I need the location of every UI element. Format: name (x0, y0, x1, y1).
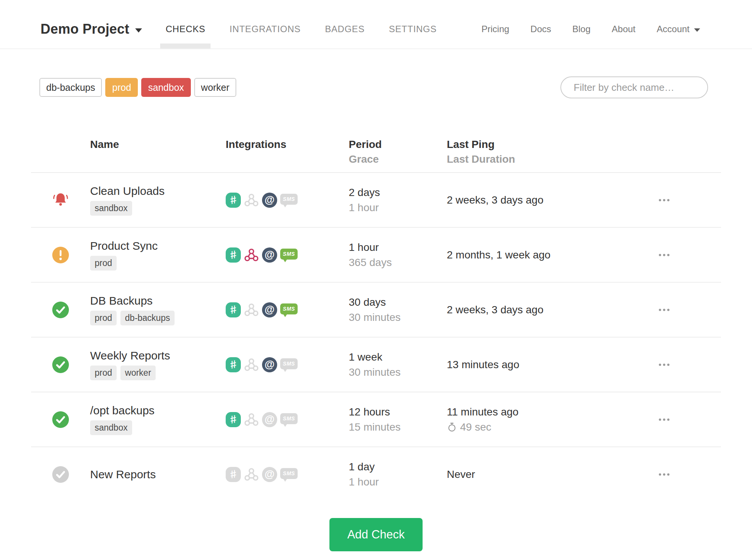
grace-value: 15 minutes (349, 421, 447, 434)
sms-icon: SMS (280, 357, 298, 372)
check-tags: prod (90, 256, 226, 271)
table-header: Name Integrations Period Grace Last Ping… (31, 138, 721, 173)
status-up-icon (52, 301, 69, 319)
check-name: New Reports (90, 468, 226, 481)
period-value: 1 day (349, 460, 447, 473)
checks-table: Name Integrations Period Grace Last Ping… (31, 138, 721, 501)
period-value: 2 days (349, 186, 447, 199)
sms-icon: SMS (280, 302, 298, 317)
project-switcher[interactable]: Demo Project (41, 21, 142, 37)
last-ping-value: 13 minutes ago (447, 358, 641, 371)
check-tags: proddb-backups (90, 311, 226, 325)
status-up-icon (52, 411, 69, 428)
add-check-button[interactable]: Add Check (329, 518, 423, 551)
slack-icon: # (226, 247, 241, 263)
period-value: 30 days (349, 296, 447, 309)
filter-tags: db-backupsprodsandboxworker (39, 78, 236, 97)
header-last-ping: Last Ping (447, 138, 641, 151)
tab-integrations[interactable]: INTEGRATIONS (229, 24, 301, 34)
webhook-icon (244, 412, 259, 427)
link-about[interactable]: About (612, 24, 636, 34)
table-row[interactable]: Weekly Reports prodworker # @ SMS 1 (31, 338, 721, 392)
header-period: Period (349, 138, 447, 151)
grace-value: 1 hour (349, 201, 447, 214)
check-tag: prod (90, 311, 117, 325)
slack-icon: # (226, 302, 241, 317)
last-ping-value: 2 months, 1 week ago (447, 249, 641, 261)
row-menu-button[interactable] (655, 415, 673, 425)
webhook-icon (244, 193, 259, 208)
grace-value: 365 days (349, 256, 447, 269)
grace-value: 30 minutes (349, 311, 447, 324)
account-menu[interactable]: Account (657, 24, 700, 34)
check-tags: sandbox (90, 201, 226, 216)
grace-value: 30 minutes (349, 366, 447, 379)
table-row[interactable]: /opt backups sandbox # @ SMS 12 hour (31, 392, 721, 447)
header-period-grace: Period Grace (349, 138, 447, 165)
status-grace-icon (52, 246, 69, 264)
chevron-down-icon (135, 28, 142, 33)
header-lastping-duration: Last Ping Last Duration (447, 138, 641, 165)
status-new-icon (52, 466, 69, 483)
toolbar: db-backupsprodsandboxworker (39, 76, 708, 98)
webhook-icon (244, 302, 259, 317)
webhook-icon (244, 467, 259, 482)
filter-tag-worker[interactable]: worker (194, 78, 236, 97)
email-icon: @ (262, 357, 277, 372)
last-ping-value: 2 weeks, 3 days ago (447, 303, 641, 316)
period-value: 1 week (349, 351, 447, 364)
filter-tag-db-backups[interactable]: db-backups (39, 78, 102, 97)
account-label: Account (657, 24, 690, 34)
last-duration: 49 sec (447, 421, 641, 434)
check-tags: prodworker (90, 366, 226, 380)
tab-checks[interactable]: CHECKS (165, 24, 205, 34)
last-ping-value: 11 minutes ago (447, 406, 641, 418)
project-name: Demo Project (41, 21, 129, 37)
header-last-duration: Last Duration (447, 153, 641, 165)
check-name: DB Backups (90, 294, 226, 307)
table-row[interactable]: New Reports # @ SMS 1 day 1 h (31, 447, 721, 501)
slack-icon: # (226, 357, 241, 372)
email-icon: @ (262, 193, 277, 208)
row-menu-button[interactable] (655, 250, 673, 260)
tab-settings[interactable]: SETTINGS (389, 24, 437, 34)
table-row[interactable]: Product Sync prod # @ SMS 1 hour (31, 228, 721, 283)
slack-icon: # (226, 467, 241, 482)
link-pricing[interactable]: Pricing (481, 24, 509, 34)
row-menu-button[interactable] (655, 305, 673, 315)
row-menu-button[interactable] (655, 195, 673, 205)
check-name: /opt backups (90, 404, 226, 417)
check-tag: sandbox (90, 420, 132, 435)
checks-table-body: Clean Uploads sandbox # @ SMS 2 days (31, 173, 721, 501)
email-icon: @ (262, 302, 277, 317)
row-menu-button[interactable] (655, 470, 673, 479)
header-name: Name (90, 138, 226, 151)
period-value: 1 hour (349, 241, 447, 254)
chevron-down-icon (694, 28, 700, 32)
webhook-icon (244, 247, 259, 263)
sms-icon: SMS (280, 193, 298, 208)
check-tag: prod (90, 256, 117, 271)
check-tag: worker (120, 366, 156, 380)
header-grace: Grace (349, 153, 447, 165)
status-alert-icon (51, 190, 70, 210)
filter-tag-prod[interactable]: prod (105, 78, 138, 97)
email-icon: @ (262, 467, 277, 482)
link-blog[interactable]: Blog (573, 24, 591, 34)
search-input[interactable] (560, 76, 708, 98)
email-icon: @ (262, 412, 277, 427)
sms-icon: SMS (280, 467, 298, 482)
link-docs[interactable]: Docs (530, 24, 551, 34)
last-ping-value: 2 weeks, 3 days ago (447, 194, 641, 207)
table-row[interactable]: Clean Uploads sandbox # @ SMS 2 days (31, 173, 721, 228)
filter-tag-sandbox[interactable]: sandbox (141, 78, 191, 97)
period-value: 12 hours (349, 406, 447, 418)
status-up-icon (52, 356, 69, 373)
check-tag: sandbox (90, 201, 132, 216)
webhook-icon (244, 357, 259, 372)
site-links: Pricing Docs Blog About Account (481, 24, 700, 34)
table-row[interactable]: DB Backups proddb-backups # @ SMS 30 (31, 283, 721, 338)
stopwatch-icon (447, 422, 457, 432)
row-menu-button[interactable] (655, 360, 673, 370)
tab-badges[interactable]: BADGES (325, 24, 365, 34)
